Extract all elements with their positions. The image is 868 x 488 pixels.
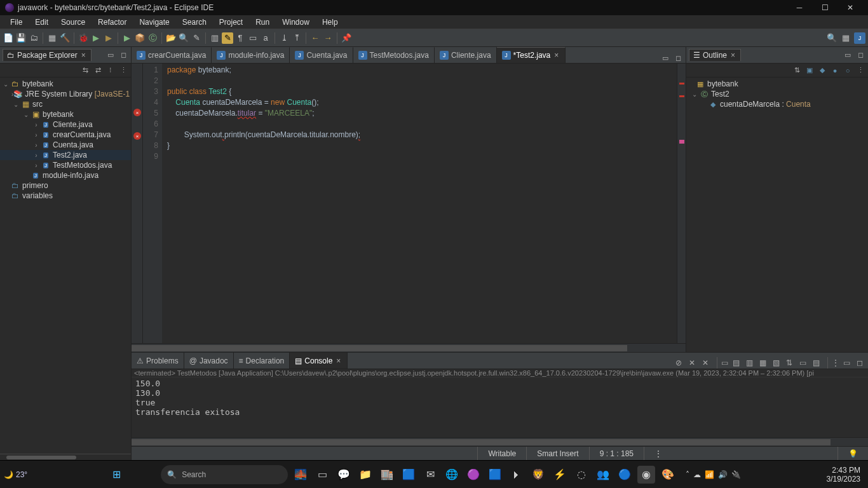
maximize-button[interactable]: ☐ xyxy=(812,0,837,15)
block-sel-icon[interactable]: ▭ xyxy=(247,32,259,44)
console-horizontal-scrollbar[interactable] xyxy=(132,437,868,446)
focus-icon[interactable]: ⁝ xyxy=(105,65,116,76)
expand-icon[interactable]: › xyxy=(32,142,41,149)
loading-icon[interactable]: ◌ xyxy=(573,466,590,484)
expand-icon[interactable]: ⌄ xyxy=(690,91,699,98)
pin-icon[interactable]: 📌 xyxy=(341,32,352,44)
weather-widget[interactable]: 🌙 23° xyxy=(4,470,27,479)
new-icon[interactable]: 📄 xyxy=(3,32,14,44)
error-marker-icon[interactable]: × xyxy=(133,109,141,116)
sort-icon[interactable]: ⇅ xyxy=(792,65,802,76)
menu-edit[interactable]: Edit xyxy=(29,17,55,28)
console-toolbar-btn[interactable]: ▧ xyxy=(770,357,782,369)
run-icon[interactable]: ▶ xyxy=(90,32,102,44)
minimize-view-icon[interactable]: ▭ xyxy=(843,50,853,60)
save-all-icon[interactable]: 🗂 xyxy=(28,32,39,44)
new-pkg-icon[interactable]: 📦 xyxy=(134,32,146,44)
package-explorer-tree[interactable]: ⌄🗀bytebank›📚JRE System Library [JavaSE-1… xyxy=(0,78,131,454)
maximize-view-icon[interactable]: ◻ xyxy=(118,50,128,60)
editor-tab[interactable]: JCliente.java xyxy=(435,47,497,63)
tree-item[interactable]: ›JCliente.java xyxy=(0,119,131,130)
filter-local-icon[interactable]: ○ xyxy=(843,65,853,76)
prev-ann-icon[interactable]: ⤒ xyxy=(291,32,302,44)
todo-icon[interactable]: 🟦 xyxy=(400,466,417,484)
minimize-view-icon[interactable]: ▭ xyxy=(660,53,670,63)
status-menu-icon[interactable]: ⋮ xyxy=(644,447,672,460)
tree-item[interactable]: Jmodule-info.java xyxy=(0,170,131,180)
eclipse-taskbar-icon[interactable]: ◉ xyxy=(637,466,655,484)
toggle-icon[interactable]: ▦ xyxy=(46,32,58,44)
wand-icon[interactable]: ✎ xyxy=(191,32,202,44)
expand-icon[interactable]: ⌄ xyxy=(22,111,31,118)
outline-package[interactable]: bytebank xyxy=(707,79,738,88)
menu-search[interactable]: Search xyxy=(176,17,213,28)
taskview-icon[interactable]: ▭ xyxy=(313,466,331,484)
open-perspective-icon[interactable]: ▦ xyxy=(840,32,851,44)
error-marker-icon[interactable]: × xyxy=(133,132,141,140)
store-icon[interactable]: 🏬 xyxy=(378,466,396,484)
console-toolbar-btn[interactable]: ▭ xyxy=(797,357,808,369)
taskbar-search[interactable]: 🔍 Search xyxy=(161,465,288,484)
collapse-all-icon[interactable]: ⇆ xyxy=(80,65,90,76)
system-tray[interactable]: ˄ ☁ 📶 🔊 🔌 xyxy=(686,470,741,479)
expand-icon[interactable]: › xyxy=(32,132,41,139)
outline-tree[interactable]: ▦ bytebank ⌄ Ⓒ Test2 ◆ cuentaDeMarcela :… xyxy=(686,78,868,352)
java-perspective-icon[interactable]: J xyxy=(854,32,865,44)
horizontal-scrollbar[interactable] xyxy=(0,454,131,460)
app-icon[interactable]: ⚡ xyxy=(551,466,569,484)
view-menu-icon[interactable]: ⋮ xyxy=(118,65,128,76)
close-icon[interactable]: × xyxy=(729,51,736,60)
code-area[interactable]: package bytebank; public class Test2 { C… xyxy=(162,64,677,343)
show-ws-icon[interactable]: ¶ xyxy=(234,32,246,44)
view-tab-problems[interactable]: ⚠Problems xyxy=(132,353,184,369)
dropbox-icon[interactable]: 🟦 xyxy=(486,466,504,484)
menu-run[interactable]: Run xyxy=(249,17,276,28)
menu-source[interactable]: Source xyxy=(55,17,92,28)
close-icon[interactable]: × xyxy=(335,356,342,365)
back-icon[interactable]: ← xyxy=(309,32,321,44)
tree-item[interactable]: ⌄🗀bytebank xyxy=(0,79,131,89)
filter-field-icon[interactable]: ▣ xyxy=(804,65,815,76)
edge-icon[interactable]: 🌐 xyxy=(443,466,461,484)
menu-file[interactable]: File xyxy=(4,17,29,28)
console-toolbar-btn[interactable]: ▤ xyxy=(730,357,742,369)
tree-item[interactable]: ›📚JRE System Library [JavaSE-1 xyxy=(0,89,131,99)
editor-tab[interactable]: JTestMetodos.java xyxy=(353,47,435,63)
console-toolbar-btn[interactable]: ✕ xyxy=(686,357,698,369)
open-type-icon[interactable]: 📂 xyxy=(165,32,177,44)
fwd-icon[interactable]: → xyxy=(322,32,334,44)
taskbar-clock[interactable]: 2:43 PM 3/19/2023 xyxy=(827,466,864,484)
view-tab-declaration[interactable]: ≡Declaration xyxy=(234,353,290,369)
editor-tab[interactable]: JCuenta.java xyxy=(290,47,353,63)
tree-item[interactable]: ›JCuenta.java xyxy=(0,140,131,150)
teams-icon[interactable]: 👥 xyxy=(594,466,612,484)
mark-icon[interactable]: ✎ xyxy=(222,32,233,44)
console-toolbar-btn[interactable]: ▦ xyxy=(757,357,768,369)
build-icon[interactable]: 🔨 xyxy=(59,32,71,44)
outline-class[interactable]: Test2 xyxy=(711,90,729,98)
tree-item[interactable]: ›JTestMetodos.java xyxy=(0,160,131,170)
task-icon[interactable]: ▥ xyxy=(209,32,220,44)
brave-icon[interactable]: 🦁 xyxy=(529,466,547,484)
coverage-icon[interactable]: ▶ xyxy=(103,32,114,44)
tip-icon[interactable]: 💡 xyxy=(837,447,868,460)
maximize-view-icon[interactable]: ◻ xyxy=(855,50,865,60)
minimize-button[interactable]: ─ xyxy=(787,0,812,15)
wifi-icon[interactable]: 📶 xyxy=(705,470,714,479)
chat-icon[interactable]: 💬 xyxy=(335,466,353,484)
start-button[interactable]: ⊞ xyxy=(107,466,125,484)
bridge-icon[interactable]: 🌉 xyxy=(292,466,309,484)
next-ann-icon[interactable]: ⤓ xyxy=(278,32,290,44)
filter-public-icon[interactable]: ● xyxy=(830,65,840,76)
save-icon[interactable]: 💾 xyxy=(15,32,27,44)
link-editor-icon[interactable]: ⇄ xyxy=(93,65,103,76)
close-icon[interactable]: × xyxy=(553,51,560,60)
editor-horizontal-scrollbar[interactable] xyxy=(132,343,686,352)
close-button[interactable]: ✕ xyxy=(837,0,863,15)
menu-refactor[interactable]: Refactor xyxy=(92,17,133,28)
tree-item[interactable]: ›JcrearCuenta.java xyxy=(0,130,131,140)
menu-window[interactable]: Window xyxy=(276,17,316,28)
new-class-icon[interactable]: Ⓒ xyxy=(147,32,158,44)
console-toolbar-btn[interactable]: ⊘ xyxy=(673,357,684,369)
expand-icon[interactable]: ⌄ xyxy=(1,81,10,88)
